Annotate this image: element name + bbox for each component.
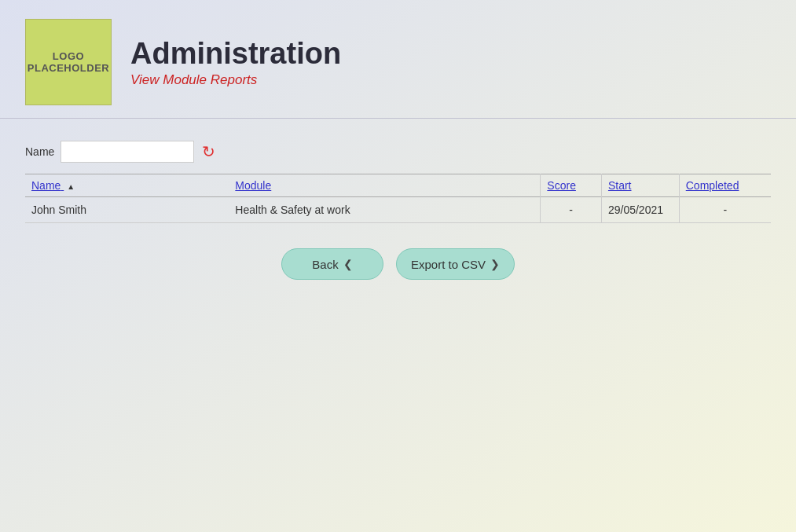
col-header-score: Score <box>541 174 602 197</box>
sort-name-link[interactable]: Name <box>31 179 64 192</box>
filter-label: Name <box>25 145 54 158</box>
table-row: John Smith Health & Safety at work - 29/… <box>25 197 771 223</box>
results-table: Name ▲ Module Score Start Completed <box>25 174 771 223</box>
sort-start-link[interactable]: Start <box>608 179 632 192</box>
cell-start: 29/05/2021 <box>601 197 679 223</box>
cell-module: Health & Safety at work <box>229 197 541 223</box>
cell-score: - <box>541 197 602 223</box>
page-title: Administration <box>130 37 341 71</box>
sort-module-link[interactable]: Module <box>235 179 271 192</box>
header-text: Administration View Module Reports <box>130 37 341 88</box>
back-button[interactable]: Back ❮ <box>281 248 383 280</box>
refresh-icon[interactable]: ↻ <box>202 142 215 161</box>
chevron-left-icon: ❮ <box>343 258 353 270</box>
sort-asc-icon: ▲ <box>67 182 75 191</box>
main-content: Name ↻ Name ▲ Module Score Start <box>0 131 796 289</box>
export-csv-button[interactable]: Export to CSV ❯ <box>396 248 515 280</box>
filter-row: Name ↻ <box>25 141 771 163</box>
chevron-right-icon: ❯ <box>490 258 500 270</box>
name-filter-input[interactable] <box>61 141 194 163</box>
col-header-module: Module <box>229 174 541 197</box>
col-header-completed: Completed <box>679 174 771 197</box>
sort-score-link[interactable]: Score <box>547 179 576 192</box>
cell-name: John Smith <box>25 197 229 223</box>
buttons-row: Back ❮ Export to CSV ❯ <box>25 248 771 280</box>
logo-text: LOGO PLACEHOLDER <box>28 50 109 74</box>
cell-completed: - <box>679 197 771 223</box>
logo: LOGO PLACEHOLDER <box>25 19 112 105</box>
page-subtitle: View Module Reports <box>130 72 341 88</box>
export-csv-label: Export to CSV <box>411 258 486 271</box>
table-header-row: Name ▲ Module Score Start Completed <box>25 174 771 197</box>
col-header-start: Start <box>601 174 679 197</box>
col-header-name: Name ▲ <box>25 174 229 197</box>
table-body: John Smith Health & Safety at work - 29/… <box>25 197 771 223</box>
header-divider <box>0 118 796 119</box>
header: LOGO PLACEHOLDER Administration View Mod… <box>0 0 796 118</box>
back-label: Back <box>312 258 338 271</box>
sort-completed-link[interactable]: Completed <box>686 179 739 192</box>
